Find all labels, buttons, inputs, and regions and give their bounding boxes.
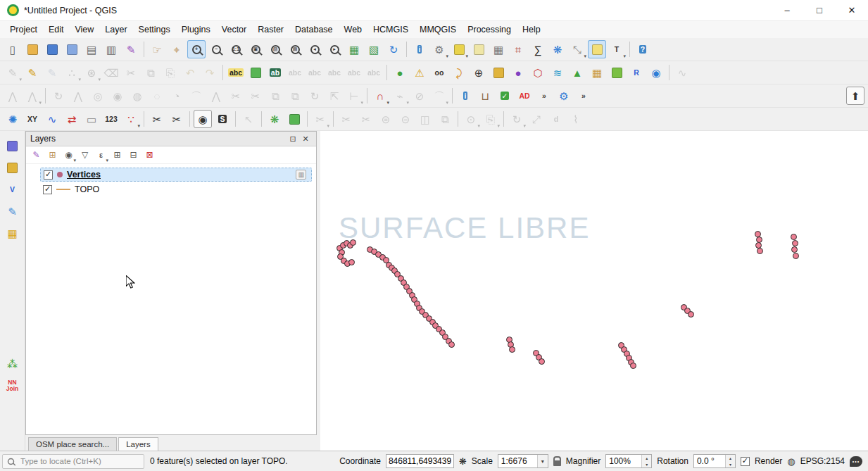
close-button[interactable]: ✕ bbox=[836, 0, 868, 20]
globe-plugin-button[interactable]: ◉ bbox=[647, 63, 665, 82]
pan-to-selection-button[interactable]: ⌖ bbox=[168, 40, 186, 58]
crs-icon[interactable]: ◍ bbox=[787, 457, 795, 466]
menu-hcmgis[interactable]: HCMGIS bbox=[367, 23, 414, 37]
menu-web[interactable]: Web bbox=[339, 23, 367, 37]
menu-edit[interactable]: Edit bbox=[43, 23, 70, 37]
pin-labels-button[interactable]: abc bbox=[286, 63, 304, 82]
zoom-native-button[interactable]: 1:1 bbox=[227, 40, 245, 58]
profile-line-button[interactable]: ∿ bbox=[673, 63, 691, 82]
offset-point-symbol-button[interactable]: ⇱ bbox=[325, 87, 344, 105]
rotate-point-symbols-button[interactable]: ↻ bbox=[306, 87, 324, 105]
mountain-plugin-button[interactable]: ▲ bbox=[568, 63, 586, 82]
collapse-all-button[interactable]: ⊟ bbox=[126, 148, 141, 163]
dropdown-arrow-icon[interactable] bbox=[446, 100, 448, 105]
rgis-plugin-button[interactable]: R bbox=[627, 63, 646, 82]
edit-tool-d[interactable]: d bbox=[547, 110, 565, 128]
save-project-button[interactable] bbox=[43, 40, 61, 58]
edit-tool-nodes-2[interactable]: ⊝ bbox=[396, 110, 415, 128]
style-manager-button[interactable]: ✎ bbox=[122, 40, 140, 58]
zoom-next-button[interactable]: ▸ bbox=[325, 40, 344, 58]
edit-tool-rotate[interactable]: ↻ bbox=[508, 110, 526, 128]
fill-ring-button[interactable]: ◍ bbox=[128, 87, 146, 105]
dropdown-arrow-icon[interactable] bbox=[360, 100, 363, 105]
rotate-feature-button[interactable]: ↻ bbox=[49, 87, 68, 105]
saga-plugin-button[interactable]: S bbox=[213, 110, 232, 128]
warning-plugin-button[interactable]: ⚠ bbox=[410, 63, 429, 82]
dropdown-arrow-icon[interactable] bbox=[465, 54, 468, 58]
dropdown-arrow-icon[interactable] bbox=[446, 54, 448, 58]
deselect-features-button[interactable] bbox=[470, 40, 488, 58]
redo-button[interactable]: ↷ bbox=[201, 63, 219, 82]
render-checkbox[interactable] bbox=[741, 457, 750, 466]
processing-gears-button[interactable]: ⚙ bbox=[555, 87, 573, 105]
toolbar-overflow-button[interactable]: » bbox=[535, 87, 553, 105]
layer-visibility-checkbox[interactable] bbox=[43, 185, 52, 194]
new-print-layout-button[interactable]: ▤ bbox=[82, 40, 101, 58]
dropdown-arrow-icon[interactable] bbox=[386, 100, 389, 105]
expand-all-button[interactable]: ⊞ bbox=[110, 148, 125, 163]
edit-tool-scissors-1[interactable]: ✂ bbox=[311, 110, 329, 128]
statistical-summary-button[interactable]: ∑ bbox=[529, 40, 547, 58]
move-feature-button[interactable]: ⋀ bbox=[4, 87, 22, 105]
split-line-plugin-button[interactable]: ✂ bbox=[168, 110, 186, 128]
open-attribute-table-button[interactable]: ▦ bbox=[489, 40, 508, 58]
offset-curve-button[interactable]: ⌒ bbox=[187, 87, 206, 105]
split-features-button[interactable]: ✂ bbox=[227, 87, 245, 105]
reshape-features-button[interactable]: ⋀ bbox=[207, 87, 225, 105]
tab-layers[interactable]: Layers bbox=[118, 437, 158, 451]
new-project-button[interactable]: ▯ bbox=[4, 40, 22, 58]
spinner-up-icon[interactable] bbox=[726, 455, 735, 461]
cube-3d-panel-icon[interactable] bbox=[4, 158, 22, 177]
layout-manager-button[interactable]: ▥ bbox=[102, 40, 120, 58]
rotate-label-button[interactable]: abc bbox=[345, 63, 363, 82]
dropdown-arrow-icon[interactable] bbox=[497, 123, 500, 128]
map-themes-button[interactable]: ◉ bbox=[61, 148, 76, 163]
save-layer-edits-button[interactable]: ✎ bbox=[43, 63, 61, 82]
refresh-button[interactable]: ↻ bbox=[384, 40, 403, 58]
add-feature-button[interactable]: ∴ bbox=[63, 63, 81, 82]
geometry-checker-button[interactable]: ✓ bbox=[496, 87, 514, 105]
menu-layer[interactable]: Layer bbox=[99, 23, 132, 37]
new-3d-map-view-button[interactable]: ▧ bbox=[365, 40, 383, 58]
filter-legend-button[interactable]: ▽ bbox=[77, 148, 92, 163]
processing-toolbox-button[interactable]: ❋ bbox=[548, 40, 567, 58]
pointer-tool-button[interactable]: ↖ bbox=[239, 110, 258, 128]
menu-plugins[interactable]: Plugins bbox=[176, 23, 216, 37]
log-messages-button[interactable] bbox=[850, 456, 862, 467]
dropdown-arrow-icon[interactable] bbox=[39, 100, 42, 105]
split-dots-plugin-button[interactable]: ✂ bbox=[148, 110, 166, 128]
avoid-intersections-button[interactable]: ⊘ bbox=[410, 87, 429, 105]
dropdown-arrow-icon[interactable] bbox=[523, 123, 526, 128]
select-features-button[interactable] bbox=[450, 40, 468, 58]
dropdown-arrow-icon[interactable] bbox=[78, 77, 81, 82]
menu-settings[interactable]: Settings bbox=[133, 23, 176, 37]
mouse-position-toggle-icon[interactable]: ❋ bbox=[459, 457, 467, 466]
spinner-down-icon[interactable] bbox=[642, 461, 651, 467]
dropdown-arrow-icon[interactable] bbox=[98, 77, 101, 82]
zoom-to-selection-button[interactable]: ▨ bbox=[266, 40, 284, 58]
float-panel-button[interactable]: ⊡ bbox=[287, 134, 299, 144]
zoom-to-layer-button[interactable]: ▤ bbox=[286, 40, 304, 58]
layer-styling-button[interactable]: ✎ bbox=[29, 148, 44, 163]
edit-tool-ring[interactable]: ◫ bbox=[416, 110, 434, 128]
zoom-in-button[interactable]: + bbox=[187, 40, 206, 58]
edit-tool-nodes-1[interactable]: ⊜ bbox=[377, 110, 395, 128]
add-ring-button[interactable]: ◎ bbox=[89, 87, 107, 105]
xy-tools-plugin-button[interactable]: XY bbox=[23, 110, 42, 128]
dropdown-arrow-icon[interactable] bbox=[19, 77, 22, 82]
save-project-as-button[interactable] bbox=[63, 40, 81, 58]
trim-extend-button[interactable]: ⊢ bbox=[345, 87, 363, 105]
scale-combo[interactable]: 1:6676 bbox=[498, 454, 548, 468]
add-part-button[interactable]: ◉ bbox=[108, 87, 127, 105]
sparkle-plugin-button[interactable]: ❋ bbox=[265, 110, 284, 128]
digitize-curve-button[interactable]: ⌒ bbox=[430, 87, 448, 105]
new-map-view-button[interactable]: ▦ bbox=[345, 40, 363, 58]
toggle-editing-button[interactable]: ✎ bbox=[23, 63, 42, 82]
combo-arrow-icon[interactable] bbox=[537, 455, 548, 467]
merge-attributes-button[interactable]: ⧉ bbox=[286, 87, 304, 105]
menu-view[interactable]: View bbox=[69, 23, 99, 37]
field-calculator-button[interactable]: ⌗ bbox=[509, 40, 527, 58]
dropdown-arrow-icon[interactable] bbox=[477, 123, 480, 128]
nn-join-plugin-icon[interactable]: NNJoin bbox=[4, 377, 22, 395]
info-plugin-button[interactable]: i bbox=[456, 87, 474, 105]
